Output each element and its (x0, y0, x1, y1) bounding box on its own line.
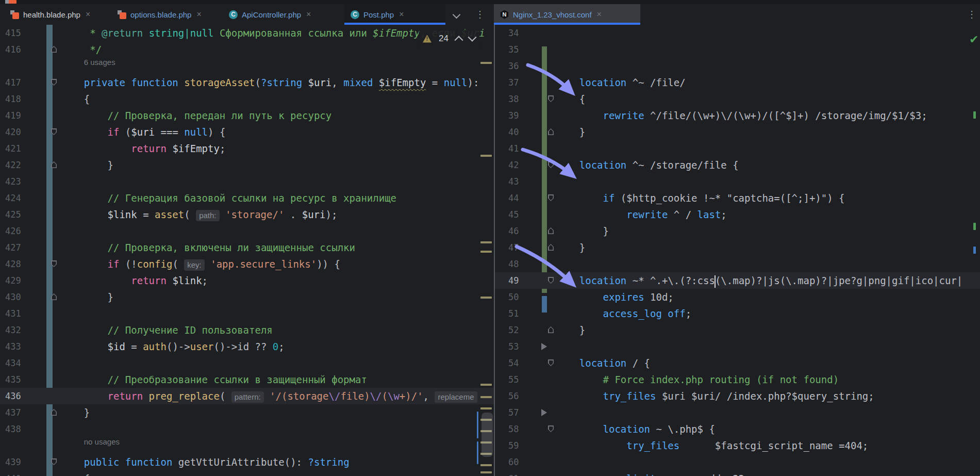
line-number[interactable]: 58 (508, 421, 519, 437)
code-line[interactable]: 425 $link = asset( path: 'storage/' . $u… (0, 206, 494, 223)
fold-marker-icon[interactable] (548, 227, 554, 234)
fold-marker-icon[interactable] (548, 95, 554, 102)
line-number[interactable]: 61 (508, 470, 519, 476)
code-line[interactable]: 49 location ~* ^.+\.(?:css(\.map)?|js(\.… (495, 272, 980, 289)
warning-stripe-mark[interactable] (480, 396, 492, 398)
line-number[interactable]: 430 (5, 289, 21, 305)
warning-stripe-mark[interactable] (480, 251, 492, 253)
line-number[interactable]: 416 (5, 41, 21, 58)
code-line[interactable]: 34 (495, 25, 980, 41)
close-icon[interactable]: × (306, 10, 311, 19)
code-line[interactable]: 435 // Преобразование ссылки в защищенны… (0, 371, 494, 388)
line-number[interactable]: 437 (5, 404, 21, 421)
fold-marker-icon[interactable] (548, 244, 554, 251)
line-number[interactable]: 59 (508, 437, 519, 454)
line-number[interactable]: 434 (5, 355, 21, 371)
editor-split-divider[interactable] (494, 25, 495, 476)
code-line[interactable]: 6 usages (0, 58, 494, 74)
line-number[interactable]: 439 (5, 454, 21, 470)
fold-marker-icon[interactable] (51, 46, 57, 53)
collapsed-region-icon[interactable] (541, 343, 547, 350)
code-line[interactable]: 429 return $link; (0, 272, 494, 289)
scrollbar-thumb[interactable] (481, 413, 493, 457)
code-line[interactable]: 61 limit_conn addr 32; (495, 470, 980, 476)
line-number[interactable]: 433 (5, 338, 21, 355)
warning-stripe-mark[interactable] (480, 241, 492, 243)
line-number[interactable]: 417 (5, 74, 21, 91)
code-line[interactable]: 40 } (495, 124, 980, 140)
line-number[interactable]: 34 (508, 25, 519, 41)
next-problem-button[interactable] (468, 33, 476, 42)
line-number[interactable]: 51 (508, 305, 519, 322)
line-number[interactable]: 40 (508, 124, 519, 140)
code-line[interactable]: 440 { (0, 470, 494, 476)
usages-inlay-hint[interactable]: 6 usages (84, 58, 115, 67)
code-line[interactable]: 38 { (495, 91, 980, 107)
code-line[interactable]: 42 location ^~ /storage/file { (495, 157, 980, 173)
line-number[interactable]: 50 (508, 289, 519, 305)
code-line[interactable]: 55 # Force index.php routing (if not fou… (495, 371, 980, 388)
line-number[interactable]: 431 (5, 305, 21, 322)
code-line[interactable]: 37 location ^~ /file/ (495, 74, 980, 91)
fold-marker-icon[interactable] (51, 79, 57, 86)
code-line[interactable]: 35 (495, 41, 980, 58)
line-number[interactable]: 420 (5, 124, 21, 140)
close-icon[interactable]: × (597, 10, 602, 19)
code-line[interactable]: 50 expires 10d; (495, 289, 980, 305)
right-tab-options-button[interactable]: ⋮ (965, 4, 978, 25)
code-line[interactable]: 59 try_files $fastcgi_script_name =404; (495, 437, 980, 454)
code-line[interactable]: 427 // Проверка, включены ли защищенные … (0, 239, 494, 256)
code-line[interactable]: 53 (495, 338, 980, 355)
code-line[interactable]: 52 } (495, 322, 980, 338)
line-number[interactable]: 45 (508, 206, 519, 223)
code-line[interactable]: 433 $id = auth()->user()->id ?? 0; (0, 338, 494, 355)
line-number[interactable]: 432 (5, 322, 21, 338)
change-stripe-mark[interactable] (973, 247, 976, 254)
fold-marker-icon[interactable] (548, 326, 554, 333)
code-line[interactable]: 43 (495, 173, 980, 190)
code-line[interactable]: 417 private function storageAsset(?strin… (0, 74, 494, 91)
code-line[interactable]: 45 rewrite ^ / last; (495, 206, 980, 223)
line-number[interactable]: 47 (508, 239, 519, 256)
collapsed-region-icon[interactable] (541, 409, 547, 416)
code-line[interactable]: 419 // Проверка, передан ли путь к ресур… (0, 107, 494, 124)
code-line[interactable]: 56 try_files $uri $uri/ /index.php?$quer… (495, 388, 980, 404)
fold-marker-icon[interactable] (51, 293, 57, 300)
code-line[interactable]: 44 if ($http_cookie !~* "captcha=([^;]+)… (495, 190, 980, 206)
line-number[interactable]: 427 (5, 239, 21, 256)
line-number[interactable]: 423 (5, 173, 21, 190)
line-number[interactable]: 436 (5, 388, 21, 404)
fold-marker-icon[interactable] (548, 277, 554, 284)
line-number[interactable]: 36 (508, 58, 519, 74)
warning-stripe-mark[interactable] (480, 297, 492, 299)
tab-nginx-1-23-vhost-conf[interactable]: NNginx_1.23_vhost.conf× (494, 4, 640, 25)
code-line[interactable]: 420 if ($uri === null) { (0, 124, 494, 140)
fold-marker-icon[interactable] (51, 458, 57, 465)
line-number[interactable]: 425 (5, 206, 21, 223)
fold-marker-icon[interactable] (51, 409, 57, 416)
change-stripe-mark[interactable] (477, 412, 478, 438)
added-stripe-mark[interactable] (973, 111, 976, 119)
code-line[interactable]: 438 (0, 421, 494, 437)
line-number[interactable]: 46 (508, 223, 519, 239)
line-number[interactable]: 52 (508, 322, 519, 338)
close-icon[interactable]: × (196, 10, 201, 19)
line-number[interactable]: 37 (508, 74, 519, 91)
line-number[interactable]: 415 (5, 25, 21, 41)
code-line[interactable]: 432 // Получение ID пользователя (0, 322, 494, 338)
fold-marker-icon[interactable] (51, 128, 57, 135)
code-line[interactable]: 431 (0, 305, 494, 322)
line-number[interactable]: 426 (5, 223, 21, 239)
line-number[interactable]: 57 (508, 404, 519, 421)
code-line[interactable]: 428 if (!config( key: 'app.secure_links'… (0, 256, 494, 272)
line-number[interactable]: 38 (508, 91, 519, 107)
line-number[interactable]: 44 (508, 190, 519, 206)
line-number[interactable]: 39 (508, 107, 519, 124)
code-line[interactable]: 418 { (0, 91, 494, 107)
fold-marker-icon[interactable] (548, 161, 554, 168)
inspections-ok-icon[interactable]: ✔ (969, 33, 978, 46)
code-line[interactable]: 434 (0, 355, 494, 371)
added-stripe-mark[interactable] (973, 223, 976, 230)
line-number[interactable]: 55 (508, 371, 519, 388)
close-icon[interactable]: × (86, 10, 90, 19)
